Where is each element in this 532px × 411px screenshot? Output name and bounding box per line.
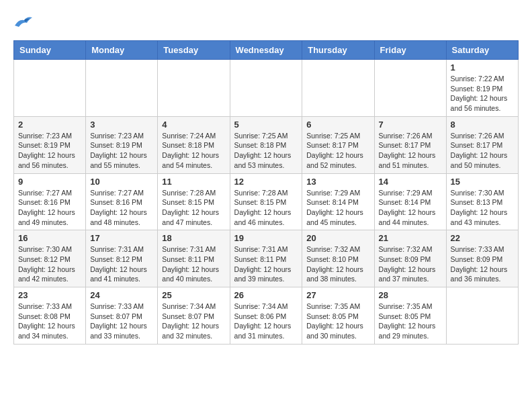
day-info: Sunrise: 7:34 AM Sunset: 8:07 PM Dayligh… [162, 302, 225, 341]
day-info: Sunrise: 7:35 AM Sunset: 8:05 PM Dayligh… [379, 302, 442, 341]
logo-bird-icon [13, 13, 34, 30]
calendar-cell: 28Sunrise: 7:35 AM Sunset: 8:05 PM Dayli… [374, 287, 446, 345]
calendar-week-row: 2Sunrise: 7:23 AM Sunset: 8:19 PM Daylig… [14, 116, 519, 173]
day-info: Sunrise: 7:33 AM Sunset: 8:09 PM Dayligh… [451, 244, 514, 284]
calendar-cell: 13Sunrise: 7:29 AM Sunset: 8:14 PM Dayli… [302, 173, 374, 230]
calendar-cell: 22Sunrise: 7:33 AM Sunset: 8:09 PM Dayli… [446, 230, 518, 287]
day-info: Sunrise: 7:28 AM Sunset: 8:15 PM Dayligh… [234, 188, 298, 228]
weekday-header: Wednesday [230, 41, 302, 60]
day-info: Sunrise: 7:31 AM Sunset: 8:11 PM Dayligh… [162, 244, 225, 284]
calendar-cell: 18Sunrise: 7:31 AM Sunset: 8:11 PM Dayli… [158, 230, 230, 287]
calendar-cell: 23Sunrise: 7:33 AM Sunset: 8:08 PM Dayli… [14, 287, 86, 345]
calendar-cell [446, 287, 518, 345]
day-info: Sunrise: 7:31 AM Sunset: 8:12 PM Dayligh… [90, 244, 153, 284]
weekday-header: Thursday [302, 41, 374, 60]
day-number: 13 [306, 177, 369, 187]
day-number: 4 [162, 120, 225, 130]
weekday-header: Tuesday [158, 41, 230, 60]
calendar-week-row: 9Sunrise: 7:27 AM Sunset: 8:16 PM Daylig… [14, 173, 519, 230]
day-number: 25 [162, 290, 225, 300]
day-info: Sunrise: 7:33 AM Sunset: 8:07 PM Dayligh… [90, 302, 153, 341]
calendar-cell: 25Sunrise: 7:34 AM Sunset: 8:07 PM Dayli… [158, 287, 230, 345]
day-number: 24 [90, 290, 153, 300]
calendar-cell: 24Sunrise: 7:33 AM Sunset: 8:07 PM Dayli… [86, 287, 158, 345]
day-info: Sunrise: 7:33 AM Sunset: 8:08 PM Dayligh… [18, 302, 81, 341]
day-info: Sunrise: 7:27 AM Sunset: 8:16 PM Dayligh… [90, 188, 153, 228]
calendar-cell: 1Sunrise: 7:22 AM Sunset: 8:19 PM Daylig… [446, 60, 518, 117]
calendar-cell [158, 60, 230, 117]
day-info: Sunrise: 7:24 AM Sunset: 8:18 PM Dayligh… [162, 131, 225, 171]
day-info: Sunrise: 7:34 AM Sunset: 8:06 PM Dayligh… [234, 302, 298, 341]
day-info: Sunrise: 7:23 AM Sunset: 8:19 PM Dayligh… [90, 131, 153, 171]
calendar-week-row: 16Sunrise: 7:30 AM Sunset: 8:12 PM Dayli… [14, 230, 519, 287]
calendar-cell: 12Sunrise: 7:28 AM Sunset: 8:15 PM Dayli… [230, 173, 302, 230]
day-number: 22 [451, 233, 514, 243]
calendar-cell: 11Sunrise: 7:28 AM Sunset: 8:15 PM Dayli… [158, 173, 230, 230]
calendar-cell: 16Sunrise: 7:30 AM Sunset: 8:12 PM Dayli… [14, 230, 86, 287]
weekday-header: Monday [86, 41, 158, 60]
calendar-cell: 19Sunrise: 7:31 AM Sunset: 8:11 PM Dayli… [230, 230, 302, 287]
day-number: 9 [18, 177, 81, 187]
day-number: 16 [18, 233, 81, 243]
day-number: 19 [234, 233, 298, 243]
day-info: Sunrise: 7:29 AM Sunset: 8:14 PM Dayligh… [306, 188, 369, 228]
calendar-cell [14, 60, 86, 117]
page-header [13, 13, 519, 30]
day-number: 14 [379, 177, 442, 187]
calendar-cell: 20Sunrise: 7:32 AM Sunset: 8:10 PM Dayli… [302, 230, 374, 287]
calendar-cell: 8Sunrise: 7:26 AM Sunset: 8:17 PM Daylig… [446, 116, 518, 173]
day-info: Sunrise: 7:35 AM Sunset: 8:05 PM Dayligh… [306, 302, 369, 341]
weekday-header: Sunday [14, 41, 86, 60]
day-info: Sunrise: 7:31 AM Sunset: 8:11 PM Dayligh… [234, 244, 298, 284]
calendar-cell: 27Sunrise: 7:35 AM Sunset: 8:05 PM Dayli… [302, 287, 374, 345]
calendar-cell: 6Sunrise: 7:25 AM Sunset: 8:17 PM Daylig… [302, 116, 374, 173]
day-number: 11 [162, 177, 225, 187]
day-number: 3 [90, 120, 153, 130]
day-info: Sunrise: 7:29 AM Sunset: 8:14 PM Dayligh… [379, 188, 442, 228]
day-number: 2 [18, 120, 81, 130]
day-info: Sunrise: 7:30 AM Sunset: 8:12 PM Dayligh… [18, 244, 81, 284]
day-info: Sunrise: 7:26 AM Sunset: 8:17 PM Dayligh… [379, 131, 442, 171]
calendar-cell: 5Sunrise: 7:25 AM Sunset: 8:18 PM Daylig… [230, 116, 302, 173]
day-number: 7 [379, 120, 442, 130]
calendar-cell: 3Sunrise: 7:23 AM Sunset: 8:19 PM Daylig… [86, 116, 158, 173]
day-number: 26 [234, 290, 298, 300]
calendar-cell: 26Sunrise: 7:34 AM Sunset: 8:06 PM Dayli… [230, 287, 302, 345]
day-number: 12 [234, 177, 298, 187]
calendar-cell [302, 60, 374, 117]
day-number: 28 [379, 290, 442, 300]
calendar-table: SundayMondayTuesdayWednesdayThursdayFrid… [13, 40, 519, 345]
day-number: 23 [18, 290, 81, 300]
calendar-cell: 4Sunrise: 7:24 AM Sunset: 8:18 PM Daylig… [158, 116, 230, 173]
calendar-cell [230, 60, 302, 117]
day-number: 18 [162, 233, 225, 243]
day-info: Sunrise: 7:30 AM Sunset: 8:13 PM Dayligh… [451, 188, 514, 228]
day-info: Sunrise: 7:32 AM Sunset: 8:09 PM Dayligh… [379, 244, 442, 284]
day-info: Sunrise: 7:23 AM Sunset: 8:19 PM Dayligh… [18, 131, 81, 171]
calendar-cell: 7Sunrise: 7:26 AM Sunset: 8:17 PM Daylig… [374, 116, 446, 173]
day-number: 21 [379, 233, 442, 243]
calendar-header-row: SundayMondayTuesdayWednesdayThursdayFrid… [14, 41, 519, 60]
day-info: Sunrise: 7:22 AM Sunset: 8:19 PM Dayligh… [451, 74, 514, 113]
calendar-cell: 2Sunrise: 7:23 AM Sunset: 8:19 PM Daylig… [14, 116, 86, 173]
day-info: Sunrise: 7:25 AM Sunset: 8:17 PM Dayligh… [306, 131, 369, 171]
weekday-header: Saturday [446, 41, 518, 60]
day-number: 1 [451, 62, 514, 73]
calendar-cell: 15Sunrise: 7:30 AM Sunset: 8:13 PM Dayli… [446, 173, 518, 230]
calendar-cell [86, 60, 158, 117]
day-number: 6 [306, 120, 369, 130]
calendar-cell: 21Sunrise: 7:32 AM Sunset: 8:09 PM Dayli… [374, 230, 446, 287]
day-info: Sunrise: 7:32 AM Sunset: 8:10 PM Dayligh… [306, 244, 369, 284]
day-info: Sunrise: 7:27 AM Sunset: 8:16 PM Dayligh… [18, 188, 81, 228]
calendar-cell: 14Sunrise: 7:29 AM Sunset: 8:14 PM Dayli… [374, 173, 446, 230]
calendar-cell: 9Sunrise: 7:27 AM Sunset: 8:16 PM Daylig… [14, 173, 86, 230]
day-info: Sunrise: 7:26 AM Sunset: 8:17 PM Dayligh… [451, 131, 514, 171]
calendar-cell: 10Sunrise: 7:27 AM Sunset: 8:16 PM Dayli… [86, 173, 158, 230]
logo [13, 13, 36, 30]
day-number: 5 [234, 120, 298, 130]
day-number: 15 [451, 177, 514, 187]
calendar-week-row: 23Sunrise: 7:33 AM Sunset: 8:08 PM Dayli… [14, 287, 519, 345]
day-number: 8 [451, 120, 514, 130]
weekday-header: Friday [374, 41, 446, 60]
day-number: 17 [90, 233, 153, 243]
